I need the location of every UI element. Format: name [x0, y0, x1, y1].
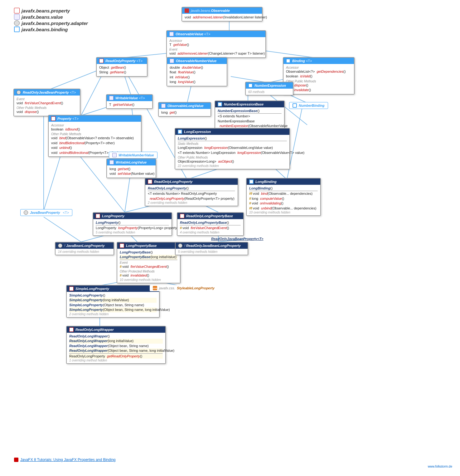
class-readonlyproperty[interactable]: ReadOnlyProperty<T> Object getBean() Str… — [96, 57, 148, 77]
oracle-icon — [14, 458, 18, 462]
value-icon — [170, 59, 174, 63]
class-name: NumberExpressionBase — [224, 102, 264, 106]
class-longpropertybase[interactable]: LongPropertyBase LongPropertyBase() Long… — [117, 242, 181, 283]
value-icon — [161, 104, 166, 108]
class-name: LongProperty — [102, 214, 124, 218]
class-name: ObservableValue — [176, 32, 203, 36]
class-readonlylongpropertybase[interactable]: ReadOnlyLongPropertyBase ReadOnlyLongPro… — [177, 212, 244, 236]
class-name: JavaBeanLongProperty — [66, 244, 104, 248]
value-icon — [112, 153, 117, 157]
value-icon — [14, 14, 20, 20]
legend-item: javafx.beans.property — [14, 8, 88, 13]
class-readonlyjavabeanproperty[interactable]: ReadOnlyJavaBeanProperty<T> Event void f… — [13, 89, 80, 116]
binding-icon — [293, 103, 297, 108]
class-name: WritableValue — [115, 96, 138, 100]
adapter-icon — [58, 243, 62, 248]
class-longexpression[interactable]: LongExpression LongExpression() Static M… — [175, 128, 290, 169]
pkg-prefix: javafx.beans. — [191, 9, 211, 12]
class-writablevalue[interactable]: WritableValue<T> T get/setValue() — [106, 94, 153, 109]
class-name: NumberBinding — [299, 104, 325, 107]
class-readonlyjavabeanlongproperty[interactable]: f ReadOnlyJavaBeanLongProperty 5 overrid… — [175, 242, 248, 255]
legend: javafx.beans.property javafx.beans.value… — [14, 8, 88, 33]
property-icon — [148, 179, 152, 184]
adapter-icon — [24, 210, 28, 215]
binding-icon — [14, 27, 20, 32]
class-longproperty[interactable]: LongProperty LongProperty() LongProperty… — [93, 212, 172, 236]
class-name: LongPropertyBase — [126, 244, 157, 248]
class-simplelongproperty[interactable]: SimpleLongProperty SimpleLongProperty() … — [66, 285, 160, 318]
class-name: WritableNumberValue — [119, 153, 154, 157]
adapter-icon — [17, 90, 21, 95]
link-readonlyjavabeanproperty[interactable]: ReadOnlyJavaBeanProperty<T> — [211, 237, 264, 241]
class-name: ReadOnlyLongPropertyBase — [186, 214, 233, 218]
class-name: ObservableLongValue — [167, 104, 204, 108]
svg-line-26 — [44, 217, 81, 242]
binding-icon — [286, 59, 290, 63]
class-name: ReadOnlyProperty — [105, 59, 136, 63]
class-binding[interactable]: Binding<T> Accessor ObservableList<?> ge… — [283, 57, 355, 95]
legend-label: javafx.beans.value — [22, 14, 63, 20]
class-name: ReadOnlyLongWrapper — [75, 328, 114, 331]
property-icon — [69, 327, 74, 332]
class-name: ObservableNumberValue — [176, 59, 216, 63]
binding-icon — [248, 83, 253, 88]
class-name: ReadOnlyJavaBeanLongProperty — [186, 244, 241, 248]
legend-item: javafx.beans.value — [14, 14, 88, 20]
property-icon — [69, 287, 74, 291]
class-observablevalue[interactable]: ObservableValue<T> Accessor T getValue()… — [166, 30, 266, 58]
class-name: NumberExpression — [254, 84, 286, 87]
property-icon — [96, 214, 100, 218]
legend-item: javafx.beans.binding — [14, 27, 88, 32]
adapter-icon — [14, 20, 20, 26]
class-readonlylongproperty[interactable]: ReadOnlyLongProperty ReadOnlyLongPropert… — [145, 178, 238, 206]
legend-label: javafx.beans.binding — [22, 27, 68, 32]
class-name: StyleableLongProperty — [177, 286, 214, 290]
binding-icon — [218, 102, 222, 106]
class-name: Binding — [292, 59, 305, 63]
legend-label: javafx.beans.property.adapter — [22, 21, 88, 26]
class-name: LongBinding — [255, 180, 277, 184]
property-icon — [180, 214, 184, 218]
final-letter: f — [64, 244, 65, 248]
adapter-icon — [178, 243, 182, 248]
class-name: Observable — [211, 9, 230, 12]
class-name: SimpleLongProperty — [75, 287, 109, 291]
binding-icon — [249, 179, 254, 184]
svg-line-3 — [259, 50, 315, 58]
class-writablenumbervalue[interactable]: WritableNumberValue — [109, 152, 157, 159]
value-icon — [109, 160, 114, 164]
observable-icon — [185, 8, 189, 13]
class-name: WritableLongValue — [116, 160, 147, 164]
class-styleablelongproperty[interactable]: css javafx.css.StyleableLongProperty — [150, 285, 218, 291]
class-javabeanlongproperty[interactable]: f JavaBeanLongProperty 14 overriding met… — [55, 242, 114, 255]
class-observablelongvalue[interactable]: ObservableLongValue long get() — [158, 102, 211, 117]
class-name: ReadOnlyJavaBeanProperty — [23, 91, 69, 94]
class-numberbinding[interactable]: NumberBinding — [289, 102, 328, 109]
final-letter: f — [184, 244, 185, 248]
attribution: www.folkstorm.de — [428, 465, 452, 468]
legend-item: javafx.beans.property.adapter — [14, 20, 88, 26]
class-observablenumbervalue[interactable]: ObservableNumberValue double doubleValue… — [167, 57, 227, 86]
svg-line-21 — [44, 150, 62, 211]
class-numberexpression[interactable]: NumberExpression 60 methods — [245, 82, 293, 96]
css-icon: css — [153, 286, 157, 290]
property-icon — [120, 243, 124, 248]
class-name: ReadOnlyLongProperty — [154, 180, 192, 184]
link-text: JavaFX 8 Tutorials: Using JavaFX Propert… — [20, 458, 115, 462]
class-name: JavaBeanProperty — [30, 211, 60, 214]
class-javabeanproperty[interactable]: JavaBeanProperty<T> — [20, 209, 72, 216]
property-icon — [14, 8, 20, 13]
value-icon — [109, 96, 114, 100]
legend-label: javafx.beans.property — [22, 8, 70, 13]
class-observable[interactable]: javafx.beans. Observable void add/remove… — [182, 7, 263, 22]
class-longbinding[interactable]: LongBinding LongBinding() #fvoid bind(Ob… — [246, 178, 321, 216]
tutorial-link[interactable]: JavaFX 8 Tutorials: Using JavaFX Propert… — [14, 458, 115, 462]
class-name: Property — [57, 117, 71, 120]
property-icon — [51, 116, 56, 121]
class-property[interactable]: Property<T> Accessor boolean isBound() O… — [48, 115, 142, 157]
class-readonlylongwrapper[interactable]: ReadOnlyLongWrapper ReadOnlyLongWrapper(… — [66, 326, 166, 364]
property-icon — [99, 59, 104, 63]
class-writablelongvalue[interactable]: WritableLongValue long get/set() void se… — [106, 159, 156, 178]
class-name: LongExpression — [184, 130, 211, 134]
binding-icon — [178, 130, 182, 134]
